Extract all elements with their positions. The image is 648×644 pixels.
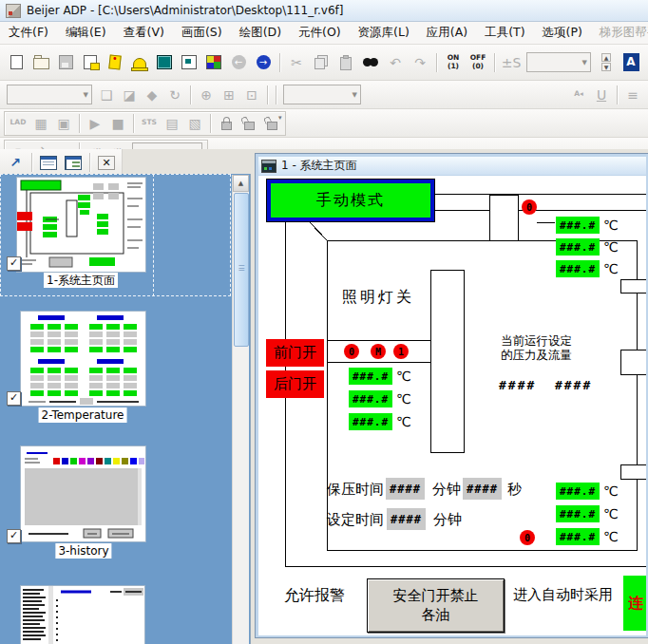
set-off-button[interactable]: OFF (0) [466, 51, 490, 74]
screen-item-3[interactable]: ✓ 3-history [0, 424, 231, 559]
temp-field[interactable]: ###.# ℃ [556, 483, 619, 500]
reshape-icon[interactable]: ◆ [141, 85, 163, 104]
copy-icon[interactable] [309, 51, 334, 74]
pin-panel-icon[interactable]: ↗ [3, 151, 28, 174]
screen-grid-view-icon[interactable] [61, 151, 86, 174]
menu-tools[interactable]: 工具(T) [476, 23, 533, 43]
auto-mode-label[interactable]: 进入自动时采用 [513, 586, 613, 604]
unlock-icon[interactable] [238, 113, 260, 133]
screen-item-1[interactable]: ✓ 1-系统主页面 [0, 174, 231, 296]
indicator-lamp-m[interactable]: M [371, 344, 386, 359]
close-panel-button[interactable]: ✕ [94, 151, 119, 174]
safety-door-button[interactable]: 安全门开禁止 各油 [367, 578, 505, 633]
open-project-icon[interactable] [29, 51, 53, 74]
find-icon[interactable] [358, 51, 383, 74]
tile-view-icon[interactable] [201, 51, 226, 74]
paste-icon[interactable] [334, 51, 358, 74]
snap-icon[interactable]: ⊕ [195, 85, 218, 104]
screen-thumbnail-4[interactable] [21, 586, 144, 644]
mode-button[interactable]: 手动模式 [266, 179, 435, 222]
text-align-icon[interactable]: ≡ [621, 85, 644, 104]
font-size-icon[interactable]: A◂ [567, 85, 590, 104]
menu-options[interactable]: 选项(P) [534, 23, 591, 43]
menu-application[interactable]: 应用(A) [418, 23, 476, 43]
monitor-icon[interactable]: ▦ [29, 113, 52, 133]
temp-field[interactable]: ###.# ℃ [556, 238, 619, 256]
hold-minutes-field[interactable]: #### [386, 478, 425, 500]
indicator-lamp-0[interactable]: 0 [344, 344, 359, 359]
rear-door-button[interactable]: 后门开 [266, 370, 324, 398]
temp-field[interactable]: ###.# ℃ [556, 505, 619, 522]
temp-value[interactable]: ###.# [349, 368, 392, 385]
screen-canvas[interactable]: 手动模式 照明灯关 前门开 后门开 0 0 M 1 0 ###.# ℃ ###.… [258, 176, 646, 635]
previous-screen-icon[interactable] [226, 51, 251, 74]
menu-view[interactable]: 查看(V) [115, 23, 173, 43]
screen-item-4[interactable] [0, 559, 231, 644]
rotate-icon[interactable]: ↻ [163, 85, 186, 104]
screen-properties-icon[interactable] [78, 51, 103, 74]
temp-value[interactable]: ###.# [556, 238, 600, 256]
temp-field[interactable]: ###.# ℃ [556, 217, 619, 234]
screen-checkbox-3[interactable]: ✓ [7, 529, 21, 543]
lock-options-icon[interactable] [260, 113, 283, 133]
app-titlebar[interactable]: Beijer ADP - [C:\Users\Administrator\Des… [0, 0, 648, 22]
temp-field[interactable]: ###.# ℃ [349, 390, 411, 407]
next-screen-icon[interactable] [251, 51, 276, 74]
state-dropdown[interactable]: ▼ [526, 52, 591, 72]
screen-thumbnail-1[interactable] [17, 178, 145, 272]
ladder-view-icon[interactable]: LAD [7, 113, 29, 133]
temp-value[interactable]: ###.# [556, 217, 600, 234]
center-icon[interactable]: ⊡ [240, 85, 263, 104]
screen-thumbnail-2[interactable] [21, 312, 145, 406]
screen-preview-icon[interactable] [152, 51, 177, 74]
temp-value[interactable]: ###.# [556, 483, 600, 500]
screen-checkbox-2[interactable]: ✓ [7, 391, 21, 406]
text-a-icon[interactable] [619, 51, 643, 74]
undo-icon[interactable]: ↶ [383, 51, 408, 74]
ungroup-icon[interactable]: ◪ [118, 85, 141, 104]
screen-item-2[interactable]: ✓ 2-Temperature [0, 296, 231, 424]
plus-minus-s-button[interactable]: ±S [499, 51, 524, 74]
temp-field[interactable]: ###.# ℃ [349, 413, 411, 430]
state-spinner[interactable] [594, 51, 619, 74]
temp-field[interactable]: ###.# ℃ [556, 260, 619, 277]
menu-library[interactable]: 资源库(L) [350, 23, 418, 43]
menu-screen[interactable]: 画面(S) [173, 23, 231, 43]
child-window-titlebar[interactable]: 1 - 系统主页面 [258, 157, 646, 175]
temp-value[interactable]: ###.# [349, 390, 392, 407]
font-dropdown[interactable]: ▼ [283, 85, 361, 104]
underline-icon[interactable]: U [590, 85, 613, 104]
indicator-lamp-top[interactable]: 0 [522, 199, 537, 215]
menu-file[interactable]: 文件(F) [0, 23, 57, 43]
temp-value[interactable]: ###.# [556, 528, 600, 545]
simulate-run-icon[interactable]: ▶ [84, 113, 106, 133]
allow-alarm-label[interactable]: 允许报警 [284, 586, 345, 606]
alarm-icon[interactable] [127, 51, 152, 74]
sts-keypad-icon[interactable]: STS [138, 113, 161, 133]
screen-thumbnail-3[interactable] [21, 446, 145, 541]
group-icon[interactable]: ❑ [95, 85, 118, 104]
menu-draw[interactable]: 绘图(D) [231, 23, 290, 43]
menu-edit[interactable]: 编辑(E) [57, 23, 115, 43]
new-screen-icon[interactable] [4, 51, 29, 74]
connect-button[interactable]: 连 [623, 576, 646, 631]
lock-icon[interactable] [215, 113, 238, 133]
temp-value[interactable]: ###.# [556, 260, 600, 277]
tag-table-icon[interactable] [103, 51, 127, 74]
temp-field[interactable]: ###.# ℃ [556, 528, 619, 545]
redo-icon[interactable]: ↷ [408, 51, 432, 74]
light-switch-label[interactable]: 照明灯关 [342, 288, 414, 308]
sidebar-scrollbar[interactable]: ▲ [232, 175, 249, 644]
run-values[interactable]: #### #### [499, 378, 592, 392]
save-icon[interactable] [53, 51, 78, 74]
cut-icon[interactable]: ✂ [284, 51, 309, 74]
indicator-lamp-1[interactable]: 1 [393, 344, 409, 359]
simulate-stop-icon[interactable]: ■ [106, 113, 129, 133]
screen-list-view-icon[interactable] [36, 151, 61, 174]
image-preview-icon[interactable] [177, 51, 201, 74]
hold-seconds-field[interactable]: #### [463, 478, 502, 500]
scrollbar-thumb[interactable] [234, 193, 249, 347]
menu-object[interactable]: 元件(O) [290, 23, 350, 43]
temp-field[interactable]: ###.# ℃ [349, 368, 411, 385]
set-minutes-field[interactable]: #### [387, 508, 426, 530]
